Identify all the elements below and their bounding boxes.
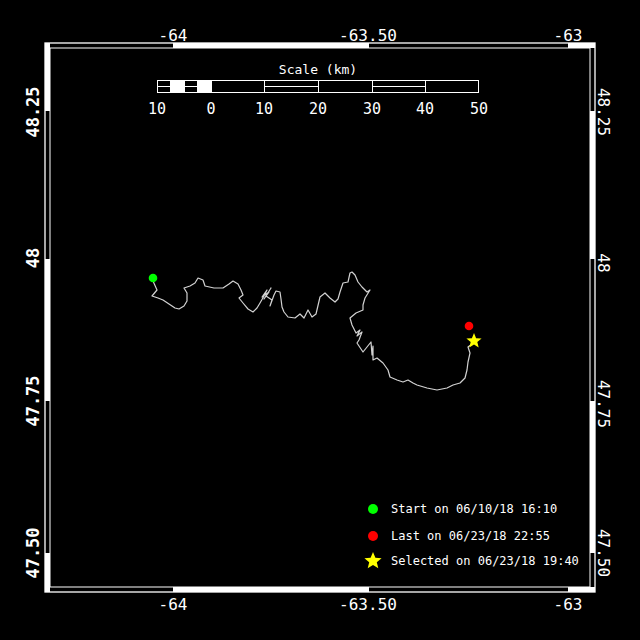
- legend-last-label: Last on 06/23/18 22:55: [391, 529, 550, 543]
- scalebar-tick-label: 10: [148, 100, 166, 118]
- scalebar-cell: [319, 81, 373, 92]
- lon-tick-label-bottom: -63: [554, 595, 583, 614]
- track-map-plot[interactable]: -64 -63.50 -63 -64 -63.50 -63 48.25 48 4…: [0, 0, 640, 640]
- scalebar-cell: [212, 81, 266, 92]
- selected-marker[interactable]: [466, 333, 481, 348]
- scalebar-tick-label: 50: [470, 100, 488, 118]
- frame-band-left: [45, 43, 50, 111]
- start-marker[interactable]: [149, 274, 158, 283]
- track-path[interactable]: [152, 272, 474, 390]
- lat-tick-label-right: 47.75: [594, 380, 613, 428]
- scalebar-tick-label: 10: [255, 100, 273, 118]
- lon-tick-label-top: -63: [554, 26, 583, 45]
- scalebar-cell: [158, 81, 171, 92]
- scalebar-cell: [171, 81, 184, 92]
- scalebar-title: Scale (km): [279, 62, 357, 77]
- frame-band-bottom: [173, 587, 369, 592]
- scalebar-tick-label: 0: [206, 100, 215, 118]
- lat-tick-label-left: 47.50: [23, 527, 43, 578]
- lat-tick-label-left: 48.25: [23, 86, 43, 137]
- legend-selected-marker-icon: [364, 552, 381, 568]
- lat-tick-label-left: 48: [23, 248, 43, 268]
- lat-tick-label-right: 48.25: [594, 88, 613, 136]
- scalebar-cell: [198, 81, 212, 92]
- legend-start-marker-icon: [368, 504, 378, 514]
- lat-tick-label-left: 47.75: [23, 375, 43, 426]
- scalebar: [157, 80, 479, 93]
- scalebar-tick-label: 20: [309, 100, 327, 118]
- lat-tick-label-right: 48: [594, 253, 613, 272]
- map-canvas[interactable]: [0, 0, 640, 640]
- scalebar-tick-label: 30: [363, 100, 381, 118]
- lat-tick-label-right: 47.50: [594, 529, 613, 577]
- legend-selected-label: Selected on 06/23/18 19:40: [391, 554, 579, 568]
- frame-band-bottom: [568, 587, 595, 592]
- scalebar-cell: [426, 81, 480, 92]
- scalebar-cell: [185, 81, 198, 92]
- legend-last-marker-icon: [368, 531, 378, 541]
- frame-band-left: [45, 553, 50, 592]
- scalebar-tick-label: 40: [416, 100, 434, 118]
- legend-start-label: Start on 06/10/18 16:10: [391, 502, 557, 516]
- frame-band-left: [45, 259, 50, 401]
- lon-tick-label-bottom: -64: [159, 595, 188, 614]
- lon-tick-label-top: -63.50: [339, 26, 397, 45]
- scalebar-cell: [373, 81, 427, 92]
- last-marker[interactable]: [465, 322, 474, 331]
- lon-tick-label-bottom: -63.50: [339, 595, 397, 614]
- scalebar-cell: [265, 81, 319, 92]
- lon-tick-label-top: -64: [159, 26, 188, 45]
